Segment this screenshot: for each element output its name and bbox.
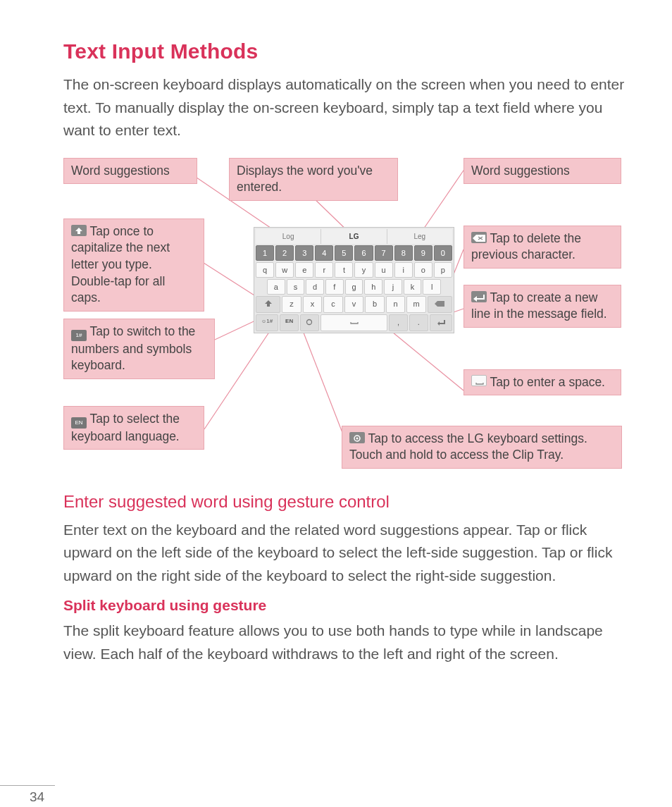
enter-key [430,314,452,331]
page-footer: 34 [0,785,672,786]
key-i: i [394,262,413,278]
key-2: 2 [275,245,294,261]
key-l: l [423,279,441,295]
key-n: n [386,296,406,313]
key-g: g [345,279,363,295]
key-h: h [364,279,382,295]
key-v: v [344,296,364,313]
callout-settings-text: Tap to access the LG keyboard settings. … [349,431,587,462]
callout-enter-key: Tap to create a new line in the message … [463,285,621,328]
callout-delete-key: Tap to delete the previous character. [463,226,621,269]
key-y: y [354,262,373,278]
callout-word-suggestions-left: Word suggestions [63,158,197,185]
backspace-icon [471,232,487,243]
language-key: EN [280,314,299,331]
callout-language-key: EN Tap to select the keyboard language. [63,406,204,450]
key-0: 0 [434,245,452,261]
key-5: 5 [335,245,353,261]
svg-point-14 [307,319,312,324]
letter-row-2: a s d f g h j k l [256,279,452,295]
callout-del-text: Tap to delete the previous character. [471,231,581,262]
bottom-row: ☺1# EN , . [256,314,452,331]
symbols-key: ☺1# [256,314,278,331]
dot-key: . [409,314,428,331]
section-gesture-body: Enter text on the keyboard and the relat… [63,519,630,588]
key-q: q [256,262,274,278]
key-b: b [365,296,385,313]
key-1: 1 [256,245,274,261]
callout-space-key: Tap to enter a space. [463,369,621,396]
callout-shift-key: Tap once to capitalize the next letter y… [63,218,204,312]
key-k: k [404,279,422,295]
callout-sym-text: Tap to switch to the numbers and symbols… [71,324,195,373]
key-a: a [267,279,285,295]
key-d: d [306,279,324,295]
key-p: p [434,262,452,278]
key-j: j [384,279,402,295]
section-gesture-title: Enter suggested word using gesture contr… [63,492,630,512]
page-number: 34 [30,789,44,805]
key-9: 9 [414,245,433,261]
intro-paragraph: The on-screen keyboard displays automati… [63,73,630,142]
key-s: s [287,279,305,295]
section-split-body: The split keyboard feature allows you to… [63,620,630,665]
key-t: t [335,262,353,278]
key-w: w [275,262,294,278]
suggestion-bar: Log LG Leg [256,229,452,244]
callout-space-text: Tap to enter a space. [487,375,605,389]
key-c: c [323,296,343,313]
suggestion-right: Leg [387,229,452,244]
callout-symbols-key: 1# Tap to switch to the numbers and symb… [63,319,215,379]
key-o: o [414,262,433,278]
page-title: Text Input Methods [63,39,630,63]
space-key [321,314,388,331]
svg-line-2 [419,168,465,235]
backspace-key [428,296,452,313]
key-r: r [315,262,333,278]
key-7: 7 [375,245,393,261]
key-e: e [295,262,313,278]
svg-point-13 [356,437,359,439]
callout-displays-word: Displays the word you've entered. [229,158,398,201]
key-8: 8 [394,245,413,261]
enter-icon [471,291,487,302]
shift-key [256,296,280,313]
svg-line-9 [297,316,345,440]
settings-key [300,314,319,331]
section-split-title: Split keyboard using gesture [63,597,630,614]
gear-icon [349,432,365,443]
suggestion-left: Log [256,229,321,244]
suggestion-center: LG [321,229,387,244]
keyboard-diagram: Word suggestions Displays the word you'v… [63,158,627,475]
language-icon: EN [71,417,87,429]
key-6: 6 [354,245,373,261]
svg-line-5 [204,316,280,429]
key-u: u [375,262,393,278]
callout-settings-key: Tap to access the LG keyboard settings. … [342,426,622,469]
comma-key: , [389,314,408,331]
key-z: z [282,296,301,313]
number-row: 1 2 3 4 5 6 7 8 9 0 [256,245,452,261]
letter-row-3: z x c v b n m [256,296,452,313]
callout-word-suggestions-right: Word suggestions [463,158,621,185]
callout-lang-text: Tap to select the keyboard language. [71,412,180,443]
key-m: m [406,296,426,313]
symbols-icon: 1# [71,330,87,341]
key-4: 4 [315,245,333,261]
space-icon [471,375,487,386]
shift-icon [71,225,87,236]
keyboard-illustration: Log LG Leg 1 2 3 4 5 6 7 8 9 0 q w e r [254,227,454,333]
key-x: x [303,296,323,313]
key-3: 3 [295,245,313,261]
callout-enter-text: Tap to create a new line in the message … [471,290,607,321]
letter-row-1: q w e r t y u i o p [256,262,452,278]
key-f: f [325,279,344,295]
